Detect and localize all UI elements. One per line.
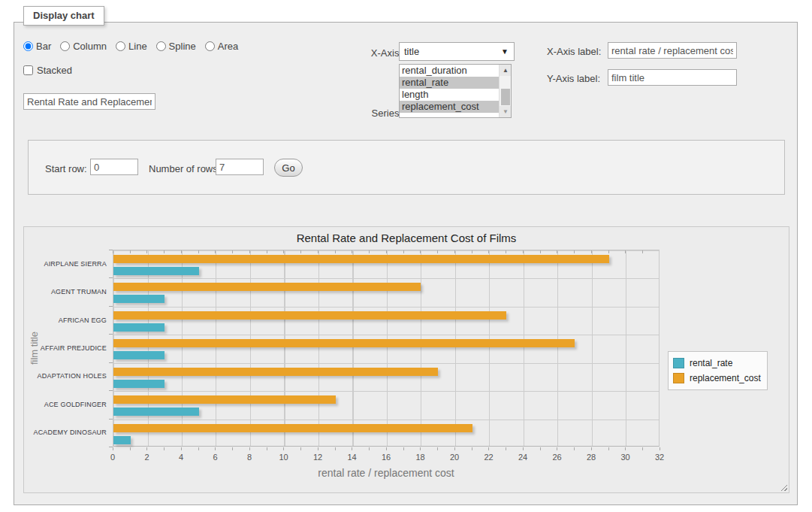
y-axis-category-label: ADAPTATION HOLES xyxy=(24,372,107,380)
x-axis-minor-ticks xyxy=(113,447,660,450)
legend-item: rental_rate xyxy=(673,356,761,371)
legend-item: replacement_cost xyxy=(673,371,761,386)
x-axis-label-field-label: X-Axis label: xyxy=(547,46,601,57)
scroll-down-icon[interactable]: ▼ xyxy=(500,106,512,117)
x-axis-tick-label: 2 xyxy=(144,453,149,462)
radio-spline[interactable] xyxy=(156,41,166,51)
y-axis-category-label: ACE GOLDFINGER xyxy=(24,401,107,408)
rows-form: Start row: Number of rows: Go xyxy=(28,140,785,195)
bar-replacement_cost xyxy=(113,368,438,376)
plot-area xyxy=(113,250,660,447)
x-axis-tick-label: 6 xyxy=(213,453,217,462)
x-axis-select-label: X-Axis: xyxy=(342,47,402,59)
radio-label-line: Line xyxy=(128,41,147,52)
bar-replacement_cost xyxy=(113,424,472,432)
x-axis-tick-label: 18 xyxy=(415,453,424,462)
y-axis-label-input[interactable] xyxy=(608,69,737,86)
radio-option-spline[interactable]: Spline xyxy=(156,41,196,52)
x-axis-tick-label: 24 xyxy=(518,453,527,462)
x-axis-label-input[interactable] xyxy=(608,42,737,59)
radio-label-area: Area xyxy=(218,41,238,52)
bar-replacement_cost xyxy=(113,339,575,347)
bar-rental_rate xyxy=(113,323,165,332)
chevron-down-icon: ▼ xyxy=(501,47,509,56)
radio-option-column[interactable]: Column xyxy=(60,41,107,52)
legend-label: rental_rate xyxy=(690,358,732,368)
legend-swatch-replacement_cost xyxy=(673,373,684,383)
series-options: rental_duration rental_rate length repla… xyxy=(400,65,499,113)
resize-handle-icon[interactable] xyxy=(779,483,787,491)
x-axis-tick-label: 10 xyxy=(279,453,288,462)
series-multiselect[interactable]: rental_duration rental_rate length repla… xyxy=(399,64,512,118)
x-axis-tick-label: 4 xyxy=(179,453,183,462)
bar-rental_rate xyxy=(113,295,165,303)
radio-column[interactable] xyxy=(60,41,70,51)
x-axis-title: rental rate / replacement cost xyxy=(113,467,660,479)
x-axis-tick-label: 12 xyxy=(313,453,322,462)
scrollbar-thumb[interactable] xyxy=(501,89,510,105)
y-axis-label-field-label: Y-Axis label: xyxy=(547,73,600,84)
y-axis-category-label: ACADEMY DINOSAUR xyxy=(24,429,107,436)
x-axis-tick-label: 26 xyxy=(552,453,561,462)
start-row-label: Start row: xyxy=(45,163,87,174)
radio-area[interactable] xyxy=(205,41,215,51)
series-option[interactable]: length xyxy=(400,89,499,101)
radio-label-column: Column xyxy=(73,41,107,52)
radio-option-bar[interactable]: Bar xyxy=(23,41,51,52)
radio-line[interactable] xyxy=(116,41,125,51)
legend-label: replacement_cost xyxy=(690,373,761,383)
display-chart-fieldset: Display chart Bar Column Line Spline Are… xyxy=(14,22,798,505)
series-select-label: Series: xyxy=(342,108,402,119)
chart-panel: Rental Rate and Replacement Cost of Film… xyxy=(23,226,789,493)
x-axis-selected-value: title xyxy=(404,46,419,57)
radio-option-line[interactable]: Line xyxy=(116,41,147,52)
num-rows-input[interactable] xyxy=(216,159,264,175)
radio-bar[interactable] xyxy=(23,41,33,51)
x-axis-tick-label: 22 xyxy=(484,453,493,462)
start-row-input[interactable] xyxy=(90,159,138,175)
scrollbar[interactable]: ▲ ▼ xyxy=(499,65,511,117)
radio-option-area[interactable]: Area xyxy=(205,41,238,52)
bar-replacement_cost xyxy=(113,395,336,404)
y-axis-category-label: AFFAIR PREJUDICE xyxy=(24,344,107,352)
y-axis-category-label: AFRICAN EGG xyxy=(24,317,107,324)
series-option[interactable]: rental_duration xyxy=(400,65,499,77)
series-option[interactable]: replacement_cost xyxy=(400,101,499,113)
bar-replacement_cost xyxy=(113,311,506,320)
stacked-option[interactable]: Stacked xyxy=(23,65,72,76)
go-button[interactable]: Go xyxy=(274,159,303,177)
x-axis-tick-label: 32 xyxy=(655,453,664,462)
y-axis-category-label: AGENT TRUMAN xyxy=(24,288,107,295)
x-axis-tick-label: 16 xyxy=(382,453,391,462)
bar-rental_rate xyxy=(113,351,165,359)
stacked-label: Stacked xyxy=(37,65,72,76)
bar-rental_rate xyxy=(113,407,199,416)
radio-label-bar: Bar xyxy=(36,41,51,52)
y-axis-category-label: AIRPLANE SIERRA xyxy=(24,260,107,268)
radio-label-spline: Spline xyxy=(169,41,196,52)
chart-title-input[interactable] xyxy=(23,93,155,110)
bar-rental_rate xyxy=(113,267,199,275)
x-axis-tick-label: 28 xyxy=(587,453,596,462)
bar-replacement_cost xyxy=(113,255,609,263)
num-rows-label: Number of rows: xyxy=(149,163,220,174)
chart-type-radio-group: Bar Column Line Spline Area xyxy=(23,41,244,52)
x-axis-minor-ticks-top xyxy=(113,250,660,253)
x-axis-select[interactable]: title ▼ xyxy=(399,42,515,61)
scroll-up-icon[interactable]: ▲ xyxy=(500,65,512,76)
chart-legend: rental_ratereplacement_cost xyxy=(668,351,768,390)
x-axis-tick-label: 14 xyxy=(347,453,356,462)
x-axis-tick-label: 30 xyxy=(620,453,629,462)
x-axis-tick-label: 20 xyxy=(450,453,459,462)
x-axis-tick-label: 0 xyxy=(110,453,115,462)
series-option[interactable]: rental_rate xyxy=(400,77,499,89)
bar-rental_rate xyxy=(113,380,165,388)
bar-replacement_cost xyxy=(113,283,421,291)
legend-swatch-rental_rate xyxy=(673,358,684,368)
stacked-checkbox[interactable] xyxy=(23,65,33,75)
fieldset-legend: Display chart xyxy=(23,6,104,26)
x-axis-tick-label: 8 xyxy=(247,453,252,462)
bar-rental_rate xyxy=(113,436,131,444)
chart-title: Rental Rate and Replacement Cost of Film… xyxy=(24,232,789,244)
